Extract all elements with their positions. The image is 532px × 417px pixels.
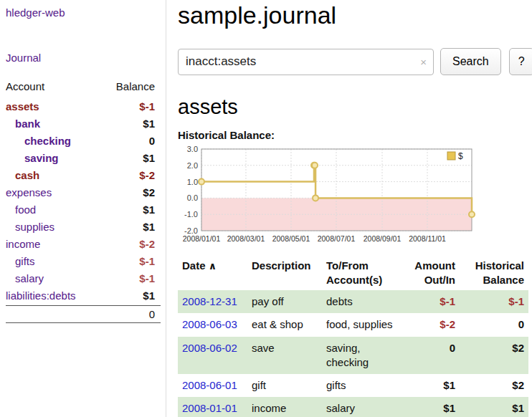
account-balance: $2 (143, 186, 155, 198)
help-button[interactable]: ? (509, 48, 532, 75)
account-row: supplies $1 (6, 218, 161, 235)
account-balance: $1 (143, 221, 155, 233)
description-column-header: Description (247, 255, 322, 290)
transaction-description: income (247, 397, 322, 417)
transaction-amount: $1 (402, 374, 460, 397)
transaction-amount: 0 (402, 337, 460, 375)
account-rows: assets $-1 bank $1 checking 0 saving $1 … (6, 97, 161, 304)
account-link[interactable]: supplies (6, 221, 54, 233)
transaction-amount: $-1 (402, 290, 460, 313)
transaction-balance: $2 (460, 374, 528, 397)
account-row: saving $1 (6, 149, 161, 166)
svg-text:2008/05/01: 2008/05/01 (272, 234, 310, 243)
account-row: checking 0 (6, 132, 161, 149)
sidebar: hledger-web Journal Account Balance asse… (0, 0, 166, 417)
transaction-amount: $1 (402, 397, 460, 417)
transaction-date-link[interactable]: 2008-12-31 (182, 295, 237, 307)
account-row: assets $-1 (6, 97, 161, 115)
account-balance: $1 (143, 289, 155, 302)
transaction-balance: $2 (460, 337, 528, 375)
account-row: bank $1 (6, 115, 161, 132)
transaction-description: pay off (247, 290, 322, 313)
transaction-balance: $-1 (460, 290, 528, 313)
search-button[interactable]: Search (440, 48, 501, 75)
svg-text:2008/07/01: 2008/07/01 (318, 234, 356, 243)
chart-title: Historical Balance: (178, 129, 532, 141)
amount-column-header: Amount Out/In (402, 255, 460, 290)
account-link[interactable]: assets (6, 100, 39, 112)
account-link[interactable]: checking (6, 135, 71, 147)
transaction-amount: $-2 (402, 313, 460, 336)
account-balance: $-2 (139, 238, 155, 250)
transaction-accounts: debts (322, 290, 402, 313)
total-balance: 0 (149, 308, 155, 320)
hledger-web-app: hledger-web Journal Account Balance asse… (0, 0, 532, 417)
main-content: sample.journal × Search ? assets Histori… (166, 0, 532, 417)
svg-text:3.0: 3.0 (187, 145, 198, 153)
transaction-date-link[interactable]: 2008-06-01 (182, 379, 237, 391)
register-rows: 2008-12-31 pay off debts $-1 $-1 2008-06… (178, 290, 528, 417)
transaction-date-link[interactable]: 2008-01-01 (182, 402, 237, 414)
svg-text:2008/01/01: 2008/01/01 (183, 234, 221, 243)
transaction-accounts: salary (322, 397, 402, 417)
account-link[interactable]: bank (6, 118, 40, 130)
register-row: 2008-06-02 save saving, checking 0 $2 (178, 337, 528, 375)
svg-text:$: $ (458, 151, 463, 161)
register-row: 2008-01-01 income salary $1 $1 (178, 397, 528, 417)
search-field-wrapper: × (178, 49, 434, 75)
register-row: 2008-06-03 eat & shop food, supplies $-2… (178, 313, 528, 336)
svg-text:2.0: 2.0 (187, 161, 198, 170)
account-column-header: Account (6, 80, 44, 92)
account-link[interactable]: income (6, 238, 40, 250)
account-link[interactable]: liabilities:debts (6, 289, 76, 302)
account-balance: $1 (143, 152, 155, 164)
account-row: liabilities:debts $1 (6, 287, 161, 304)
account-link[interactable]: salary (6, 272, 44, 284)
sort-ascending-icon: ∧ (209, 260, 217, 272)
transaction-date-link[interactable]: 2008-06-02 (182, 342, 237, 354)
transaction-date-link[interactable]: 2008-06-03 (182, 318, 237, 330)
account-balance: $-1 (139, 100, 155, 112)
page-title: sample.journal (178, 1, 532, 29)
account-balance: $-2 (139, 169, 155, 181)
account-balance: $1 (143, 118, 155, 130)
balance-chart-svg: 3.02.01.00.0-1.0-2.02008/01/012008/03/01… (178, 145, 478, 246)
svg-text:-1.0: -1.0 (184, 210, 198, 219)
svg-text:1.0: 1.0 (187, 178, 198, 186)
svg-text:2008/03/01: 2008/03/01 (227, 234, 265, 243)
accounts-table-header: Account Balance (6, 78, 161, 97)
transaction-balance: $1 (460, 397, 528, 417)
account-heading: assets (178, 95, 532, 119)
account-link[interactable]: saving (6, 152, 59, 164)
account-row: gifts $-1 (6, 252, 161, 269)
transaction-description: save (247, 337, 322, 375)
accounts-balance-table: Account Balance assets $-1 bank $1 check… (6, 78, 161, 323)
account-link[interactable]: food (6, 203, 36, 216)
register-header-row: Date ∧ Description To/From Account(s) Am… (178, 255, 528, 290)
account-row: expenses $2 (6, 183, 161, 201)
account-link[interactable]: gifts (6, 255, 35, 267)
account-row: food $1 (6, 201, 161, 218)
search-bar: × Search ? (178, 48, 532, 75)
clear-search-icon[interactable]: × (420, 57, 427, 67)
svg-text:2008/11/01: 2008/11/01 (409, 234, 446, 243)
app-title-link[interactable]: hledger-web (6, 6, 166, 19)
accounts-column-header: To/From Account(s) (322, 255, 402, 290)
sidebar-journal-link[interactable]: Journal (6, 52, 166, 64)
register-row: 2008-06-01 gift gifts $1 $2 (178, 374, 528, 397)
transaction-description: gift (247, 374, 322, 397)
account-row: income $-2 (6, 235, 161, 252)
transaction-accounts: saving, checking (322, 337, 402, 375)
account-balance: 0 (149, 135, 155, 147)
date-header-label: Date (182, 259, 206, 272)
svg-text:2008/09/01: 2008/09/01 (364, 234, 402, 243)
account-link[interactable]: cash (6, 169, 39, 181)
account-row: cash $-2 (6, 166, 161, 183)
date-column-header[interactable]: Date ∧ (178, 255, 247, 290)
register-table: Date ∧ Description To/From Account(s) Am… (178, 255, 528, 417)
transaction-description: eat & shop (247, 313, 322, 336)
search-input[interactable] (178, 49, 434, 75)
historical-balance-chart: 3.02.01.00.0-1.0-2.02008/01/012008/03/01… (178, 145, 479, 246)
account-balance: $-1 (139, 272, 155, 284)
account-link[interactable]: expenses (6, 186, 52, 198)
